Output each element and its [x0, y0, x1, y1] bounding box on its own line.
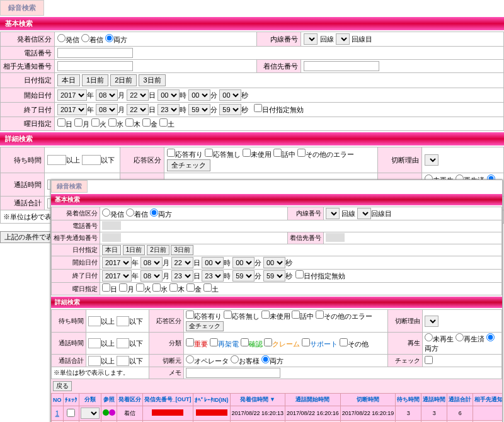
- chk-mon[interactable]: [74, 118, 83, 127]
- section-basic: 基本検索: [0, 17, 504, 30]
- chk-resp-y[interactable]: [167, 149, 175, 157]
- lbl-end: 終了日付: [1, 103, 55, 117]
- lbl-datespec: 日付指定: [1, 73, 55, 88]
- row-no-link[interactable]: 1: [55, 409, 59, 417]
- sel-emi[interactable]: 59: [188, 104, 210, 115]
- chk-tue[interactable]: [91, 118, 100, 127]
- col-header[interactable]: 通話時間: [421, 394, 447, 406]
- radio-both[interactable]: [105, 34, 113, 42]
- sel-ss[interactable]: 00: [219, 89, 241, 101]
- sel-ext[interactable]: [304, 33, 318, 45]
- table-row: 1着信2017/08/22 16:20:132017/08/22 16:20:1…: [52, 406, 503, 421]
- sel-sm[interactable]: 08: [96, 89, 118, 101]
- col-header[interactable]: 切断時間: [340, 394, 396, 406]
- col-header[interactable]: 参照: [101, 394, 117, 406]
- lbl-callee: 着信先番号: [257, 60, 301, 73]
- section-detail: 詳細検索: [0, 132, 504, 145]
- tab-search[interactable]: 録音検索: [0, 0, 44, 16]
- btn-back[interactable]: 戻る: [53, 381, 72, 391]
- section-detail-2: 詳細検索: [51, 297, 502, 308]
- sel-es[interactable]: 59: [219, 104, 241, 115]
- inp-wait-lte[interactable]: [82, 155, 101, 165]
- sel-line[interactable]: [336, 33, 350, 45]
- btn-d3[interactable]: 3日前: [139, 74, 165, 86]
- lbl-cutreason: 切断理由: [378, 147, 422, 173]
- col-header[interactable]: 通話開始時間: [285, 394, 341, 406]
- radio-recv[interactable]: [81, 34, 89, 42]
- play-icon[interactable]: [103, 409, 109, 416]
- redacted-out: [152, 409, 183, 416]
- sel-em[interactable]: 08: [96, 104, 118, 115]
- row-cat[interactable]: [81, 408, 100, 419]
- sel-sy[interactable]: 2017: [57, 89, 87, 101]
- btn-d2[interactable]: 2日前: [110, 74, 137, 86]
- sel-smi[interactable]: 00: [188, 89, 210, 101]
- col-header[interactable]: 通話合計: [447, 394, 473, 406]
- lbl-notify: 相手先通知番号: [1, 60, 55, 73]
- col-header[interactable]: 待ち時間: [396, 394, 421, 406]
- sel-eh[interactable]: 23: [158, 104, 180, 115]
- inp-phone[interactable]: [57, 48, 133, 58]
- col-header[interactable]: 相手先通知番号_[OUT]: [473, 394, 502, 406]
- col-header[interactable]: ﾁｪｯｸ: [63, 394, 79, 406]
- inp-callee[interactable]: [304, 61, 379, 71]
- sel-ey[interactable]: 2017: [57, 104, 87, 115]
- inp-wait-gte[interactable]: [47, 155, 66, 165]
- chk-disable-date[interactable]: [254, 104, 262, 112]
- overlay-search-panel: 録音検索 基本検索 発着信区分 発信 着信 両方 内線番号 回線 回線目 電話番…: [50, 180, 503, 422]
- col-header[interactable]: 発着信時間 ▼: [230, 394, 285, 406]
- btn-d1[interactable]: 1日前: [82, 74, 108, 86]
- lbl-talk: 通話時間: [1, 173, 45, 197]
- info-icon[interactable]: [109, 409, 115, 416]
- lbl-start: 開始日付: [1, 88, 55, 103]
- sel-ed[interactable]: 22: [127, 104, 149, 115]
- radio-send[interactable]: [57, 34, 66, 42]
- lbl-ext: 内線番号: [257, 32, 301, 47]
- col-header[interactable]: NO: [52, 394, 64, 406]
- basic-form-2: 発着信区分 発信 着信 両方 内線番号 回線 回線目 電話番号 相手先通知番号着…: [51, 207, 502, 295]
- lbl-total: 通話合計: [1, 197, 45, 210]
- chk-err[interactable]: [297, 149, 306, 157]
- chk-thu[interactable]: [125, 118, 134, 127]
- chk-busy[interactable]: [273, 149, 282, 157]
- lbl-wait: 待ち時間: [1, 147, 45, 173]
- lbl-weekday: 曜日指定: [1, 117, 55, 131]
- row-check[interactable]: [67, 409, 75, 417]
- lbl-direction: 発着信区分: [1, 32, 55, 47]
- detail-form-2: 待ち時間 以上 以下 応答区分 応答有り 応答無し 未使用 話中 その他のエラー…: [51, 309, 502, 379]
- basic-form: 発着信区分 発信 着信 両方 内線番号 回線 回線目 電話番号 相手先通知番号 …: [0, 31, 504, 131]
- redacted-in: [196, 409, 227, 416]
- chk-sun[interactable]: [57, 118, 66, 127]
- sel-cutreason[interactable]: [425, 154, 438, 166]
- lbl-phone: 電話番号: [1, 47, 55, 60]
- col-header[interactable]: ｵﾍﾟﾚｰﾀID(IN): [193, 394, 230, 406]
- chk-unused[interactable]: [243, 149, 251, 157]
- tab-search-2[interactable]: 録音検索: [51, 180, 88, 193]
- col-header[interactable]: 発信先番号_[OUT]: [142, 394, 193, 406]
- chk-resp-n[interactable]: [205, 149, 213, 157]
- col-header[interactable]: 分類: [79, 394, 101, 406]
- results-grid: NOﾁｪｯｸ分類参照発着区分発信先番号_[OUT]ｵﾍﾟﾚｰﾀID(IN)発着信…: [51, 393, 502, 422]
- inp-notify[interactable]: [57, 61, 133, 71]
- btn-allcheck[interactable]: 全チェック: [167, 159, 210, 171]
- btn-today[interactable]: 本日: [57, 74, 80, 86]
- section-basic-2: 基本検索: [51, 194, 502, 205]
- chk-wed[interactable]: [108, 118, 117, 127]
- lbl-resp: 応答区分: [120, 147, 164, 173]
- sel-sd[interactable]: 22: [127, 89, 149, 101]
- col-header[interactable]: 発着区分: [117, 394, 142, 406]
- chk-sat[interactable]: [159, 118, 168, 127]
- sel-sh[interactable]: 00: [158, 89, 180, 101]
- chk-fri[interactable]: [142, 118, 151, 127]
